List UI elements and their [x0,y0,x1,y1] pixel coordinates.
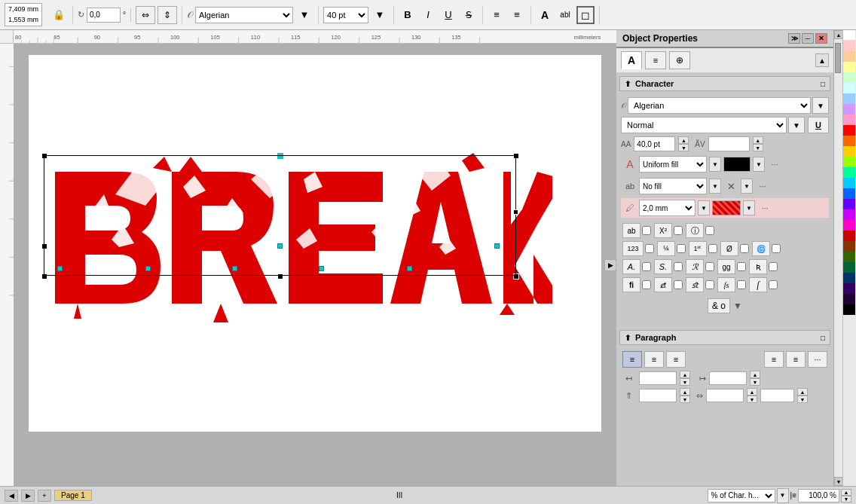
outline-type-select[interactable]: No fill [639,178,707,194]
outline-type-dropdown[interactable]: ▼ [709,179,721,194]
align-more-button[interactable]: ≡ [508,6,526,24]
tab-paragraph[interactable]: ≡ [645,51,666,69]
typo-script-button[interactable]: ℛ [686,259,704,274]
typo-A-button[interactable]: A. [622,259,640,274]
scroll-right-arrow[interactable]: ▶ [604,259,616,271]
font-size-up[interactable]: ▲ [678,136,689,144]
align-left-button[interactable]: ≡ [622,351,642,368]
align-justify-left-button[interactable]: ≡ [764,351,784,368]
kerning-down[interactable]: ▼ [753,144,763,151]
color-swatch-17[interactable] [843,220,855,231]
color-swatch-9[interactable] [843,136,855,146]
tab-frames[interactable]: ⊕ [669,51,690,69]
prev-page-button[interactable]: ◀ [5,490,18,502]
typo-superscript-button[interactable]: X² [654,223,672,238]
spacing-before-input[interactable] [639,389,677,402]
indent-before-down[interactable]: ▼ [680,378,690,386]
typo-circle-checkbox[interactable] [705,226,714,235]
color-swatch-red[interactable] [843,125,855,136]
typo-zero-checkbox[interactable] [740,244,749,253]
fill-type-select[interactable]: Uniform fill [639,156,707,173]
paragraph-section-header[interactable]: ⬆ Paragraph □ [619,330,830,345]
font-size-dropdown-arrow[interactable]: ▼ [371,6,389,24]
color-swatch-3[interactable] [843,62,855,72]
fill-type-dropdown[interactable]: ▼ [709,157,721,172]
bold-button[interactable]: B [399,6,417,24]
typo-swash-button[interactable]: 🌀 [752,241,770,256]
typo-f-button[interactable]: ſ [749,277,767,292]
typo-S-checkbox[interactable] [674,262,683,271]
typo-fi-checkbox[interactable] [642,280,651,289]
color-swatch-14[interactable] [843,188,855,199]
indent-before-up[interactable]: ▲ [680,371,690,378]
spacing-before-down[interactable]: ▼ [680,396,690,403]
no-fill-icon[interactable]: ✕ [723,179,738,194]
fill-more-options[interactable]: ··· [767,157,782,172]
align-left-button[interactable]: ≡ [488,6,506,24]
typo-fraction-button[interactable]: ¼ [657,241,675,256]
next-page-button[interactable]: ▶ [21,490,35,502]
paragraph-section-close[interactable]: □ [821,334,825,342]
stroke-size-select[interactable]: 2,0 mm [639,200,696,216]
strikethrough-button[interactable]: S̶ [460,6,478,24]
line-spacing-down[interactable]: ▼ [747,396,757,403]
typo-fraction-checkbox[interactable] [677,244,686,253]
italic-button[interactable]: I [419,6,437,24]
typo-123-checkbox[interactable] [645,244,654,253]
fill-color-dropdown[interactable]: ▼ [753,157,765,172]
color-swatch-4[interactable] [843,72,855,83]
color-swatch-16[interactable] [843,209,855,220]
line-spacing-pct-down[interactable]: ▼ [797,396,808,403]
line-spacing-input[interactable] [706,389,744,402]
typo-fi-button[interactable]: fi [622,277,640,292]
typo-ct-checkbox[interactable] [674,280,683,289]
font-size-input[interactable] [634,136,675,151]
typo-123-button[interactable]: 123 [622,241,644,256]
typo-fs-checkbox[interactable] [737,280,746,289]
stroke-color-swatch[interactable] [712,200,741,215]
underline-toggle[interactable]: U [808,117,829,133]
vscroll-track[interactable] [834,39,842,477]
align-justify-right-button[interactable]: ≡ [786,351,806,368]
typo-gg-button[interactable]: gg [717,259,735,274]
font-size-indicator[interactable]: A [536,6,554,24]
align-center-button[interactable]: ≡ [644,351,664,368]
font-size-select[interactable]: 40 pt [323,7,368,23]
color-swatch-11[interactable] [843,157,855,167]
line-spacing-pct-up[interactable]: ▲ [797,388,808,396]
character-section-header[interactable]: ⬆ Character □ [619,76,830,91]
font-style-select[interactable]: Normal [621,117,787,133]
align-more-button[interactable]: ··· [808,351,827,368]
mirror-v-button[interactable]: ⇕ [157,6,177,24]
typo-fs-button[interactable]: ſs [717,277,735,292]
stroke-more-options[interactable]: ··· [757,200,772,215]
vscroll-thumb[interactable] [835,43,841,73]
typo-ae-checkbox[interactable] [769,262,778,271]
typo-gg-checkbox[interactable] [737,262,746,271]
panel-close-button[interactable]: ✕ [815,33,827,44]
color-swatch-15[interactable] [843,199,855,209]
color-swatch-2[interactable] [843,51,855,62]
typo-ct-button[interactable]: ȼt [654,277,672,292]
zoom-mode-select[interactable]: % of Char. h... [708,489,775,502]
typo-ab-checkbox[interactable] [642,226,651,235]
zoom-down-button[interactable]: ▼ [841,496,851,502]
outline-more-options[interactable]: ··· [755,179,770,194]
color-swatch-8[interactable] [843,115,855,125]
color-swatch-darkred[interactable] [843,231,855,241]
typo-ab-button[interactable]: ab [622,223,640,238]
color-swatch-1[interactable] [843,41,855,51]
color-swatch-darkpurple[interactable] [843,294,855,304]
color-swatch-green[interactable] [843,252,855,262]
typo-superscript-checkbox[interactable] [674,226,683,235]
font-dropdown-arrow[interactable]: ▼ [295,6,313,24]
panel-scroll-up-btn[interactable]: ▲ [815,53,829,67]
indent-before-input[interactable] [639,371,677,385]
panel-content[interactable]: ⬆ Character □ 𝒪 Algerian ▼ [616,73,833,486]
line-spacing-pct-input[interactable] [760,389,794,402]
indent-after-up[interactable]: ▲ [750,371,760,378]
mirror-h-button[interactable]: ⇔ [136,6,155,24]
frame-button[interactable]: ◻ [576,6,595,24]
zoom-mode-dropdown[interactable]: ▼ [777,488,789,503]
tab-text[interactable]: A [621,51,642,69]
